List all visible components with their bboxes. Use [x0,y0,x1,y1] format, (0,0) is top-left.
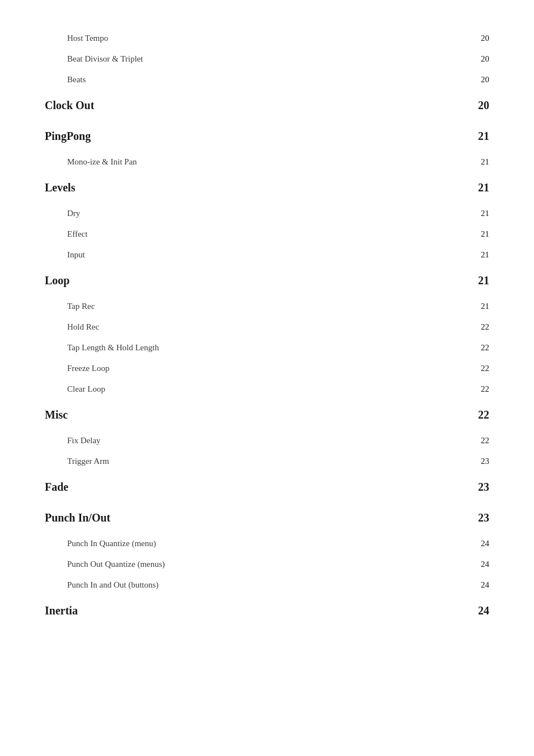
toc-subitem-entry: Fix Delay22 [45,430,489,451]
toc-label: Punch In/Out [45,511,110,524]
toc-label: Hold Rec [67,322,99,332]
toc-page: 21 [478,181,489,194]
toc-page: 22 [481,384,489,394]
toc-container: Host Tempo20Beat Divisor & Triplet20Beat… [45,28,489,626]
toc-page: 23 [478,481,489,494]
toc-label: Fade [45,481,68,494]
toc-label: Beat Divisor & Triplet [67,54,143,64]
toc-page: 22 [481,343,489,353]
toc-page: 20 [481,54,489,64]
toc-page: 22 [481,322,489,332]
toc-subitem-entry: Freeze Loop22 [45,358,489,379]
toc-subitem-entry: Punch In Quantize (menu)24 [45,533,489,554]
toc-label: Loop [45,274,69,287]
toc-subitem-entry: Hold Rec22 [45,317,489,337]
toc-section-entry: Levels21 [45,172,489,203]
toc-subitem-entry: Host Tempo20 [45,28,489,49]
toc-label: Host Tempo [67,34,108,43]
toc-label: Beats [67,75,86,84]
toc-page: 21 [481,157,489,167]
toc-label: Input [67,250,85,260]
toc-page: 20 [481,34,489,43]
toc-label: Inertia [45,604,78,617]
toc-label: Effect [67,229,87,239]
toc-subitem-entry: Beat Divisor & Triplet20 [45,49,489,69]
toc-label: Dry [67,209,80,218]
toc-subitem-entry: Tap Length & Hold Length22 [45,337,489,358]
toc-page: 24 [481,560,489,569]
toc-page: 21 [481,209,489,218]
toc-section-entry: Loop21 [45,265,489,296]
toc-label: Punch In Quantize (menu) [67,539,156,548]
toc-label: Clear Loop [67,384,105,394]
toc-page: 23 [481,457,489,466]
toc-label: Levels [45,181,75,194]
toc-label: Tap Rec [67,302,95,311]
toc-page: 21 [481,229,489,239]
toc-subitem-entry: Punch Out Quantize (menus)24 [45,554,489,575]
toc-subitem-entry: Trigger Arm23 [45,451,489,472]
toc-page: 20 [478,99,489,112]
toc-section-entry: Fade23 [45,472,489,503]
toc-label: Punch In and Out (buttons) [67,580,158,590]
toc-section-entry: Punch In/Out23 [45,503,489,533]
toc-subitem-entry: Effect21 [45,224,489,245]
toc-label: Freeze Loop [67,364,109,373]
toc-page: 24 [478,604,489,617]
toc-label: Fix Delay [67,436,101,445]
toc-label: Trigger Arm [67,457,109,466]
toc-page: 22 [481,364,489,373]
toc-page: 21 [478,130,489,143]
toc-subitem-entry: Clear Loop22 [45,379,489,400]
toc-subitem-entry: Beats20 [45,69,489,90]
toc-page: 22 [481,436,489,445]
toc-label: Tap Length & Hold Length [67,343,159,353]
toc-subitem-entry: Tap Rec21 [45,296,489,317]
toc-page: 21 [481,302,489,311]
toc-label: Clock Out [45,99,94,112]
toc-label: Punch Out Quantize (menus) [67,560,165,569]
toc-section-entry: Misc22 [45,400,489,430]
toc-subitem-entry: Dry21 [45,203,489,224]
toc-page: 23 [478,511,489,524]
toc-label: Misc [45,408,68,421]
toc-page: 21 [478,274,489,287]
toc-page: 22 [478,408,489,421]
toc-page: 24 [481,539,489,548]
toc-page: 24 [481,580,489,590]
toc-subitem-entry: Mono-ize & Init Pan21 [45,152,489,172]
toc-section-entry: Inertia24 [45,595,489,626]
toc-section-entry: Clock Out20 [45,90,489,121]
toc-label: PingPong [45,130,91,143]
toc-subitem-entry: Punch In and Out (buttons)24 [45,575,489,595]
toc-page: 20 [481,75,489,84]
toc-page: 21 [481,250,489,260]
toc-section-entry: PingPong21 [45,121,489,152]
toc-subitem-entry: Input21 [45,245,489,265]
toc-label: Mono-ize & Init Pan [67,157,137,167]
